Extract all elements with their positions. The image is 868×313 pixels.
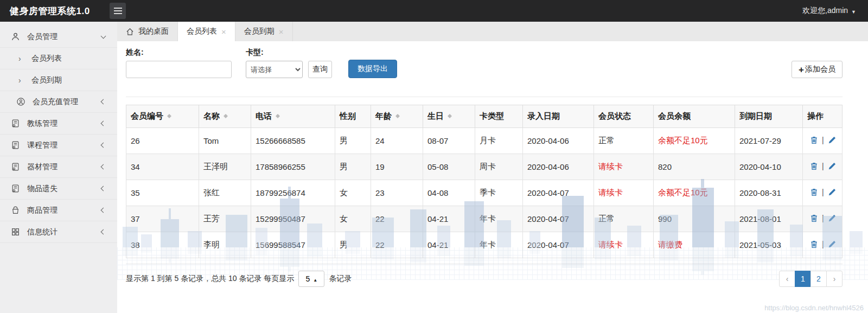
edit-icon[interactable] bbox=[827, 214, 837, 223]
cell-balance: 余额不足10元 bbox=[654, 128, 735, 154]
cell-gender: 男 bbox=[335, 232, 371, 258]
content-panel: 姓名: 卡型: 请选择 查询 数据导出 添加会员 bbox=[117, 41, 868, 313]
pagination-bar: 显示第 1 到第 5 条记录，总共 10 条记录 每页显示 5 条记录 ‹ 1 … bbox=[126, 271, 843, 287]
card-type-select[interactable]: 请选择 bbox=[246, 61, 303, 78]
table-footer-divider bbox=[126, 264, 843, 264]
sidebar-toggle-button[interactable] bbox=[110, 3, 126, 19]
cell-birthday: 05-08 bbox=[423, 154, 475, 180]
sidebar-item-equipment-management[interactable]: 器材管理 bbox=[0, 156, 117, 178]
sidebar-item-member-expiry[interactable]: 会员到期 bbox=[0, 69, 117, 91]
watermark-url: https://blog.csdn.net/hnwhl4526 bbox=[764, 304, 864, 312]
edit-icon[interactable] bbox=[827, 188, 837, 197]
user-menu[interactable]: 欢迎您,admin bbox=[802, 6, 868, 16]
cell-actions: | bbox=[803, 128, 843, 154]
col-header-expire-date: 到期日期 bbox=[735, 105, 803, 128]
cell-gender: 男 bbox=[335, 128, 371, 154]
delete-icon[interactable] bbox=[809, 240, 819, 249]
col-header-phone[interactable]: 电话 bbox=[251, 105, 335, 128]
topbar: 健身房管理系统1.0 欢迎您,admin bbox=[0, 0, 868, 22]
tab-member-list[interactable]: 会员列表 bbox=[178, 22, 235, 41]
name-field-group: 姓名: bbox=[126, 48, 232, 78]
cell-card-type: 季卡 bbox=[475, 180, 523, 206]
card-type-label: 卡型: bbox=[246, 48, 303, 58]
sidebar-item-course-management[interactable]: 课程管理 bbox=[0, 135, 117, 156]
cell-actions: | bbox=[803, 232, 843, 258]
sort-icon bbox=[276, 112, 280, 120]
sidebar-item-label: 物品遗失 bbox=[27, 184, 58, 194]
tab-member-expiry[interactable]: 会员到期 bbox=[235, 22, 293, 41]
col-header-name[interactable]: 名称 bbox=[199, 105, 251, 128]
cell-age: 24 bbox=[371, 128, 423, 154]
cell-birthday: 04-21 bbox=[423, 232, 475, 258]
tab-label: 我的桌面 bbox=[138, 27, 169, 36]
cell-status: 正常 bbox=[594, 206, 654, 232]
sidebar-item-coach-management[interactable]: 教练管理 bbox=[0, 113, 117, 135]
cell-birthday: 04-21 bbox=[423, 206, 475, 232]
edit-icon[interactable] bbox=[827, 136, 837, 145]
sidebar-item-statistics[interactable]: 信息统计 bbox=[0, 221, 117, 243]
sidebar-item-label: 器材管理 bbox=[27, 162, 58, 172]
table-row: 35 张红 18799256874 女 23 04-08 季卡 2020-04-… bbox=[126, 180, 843, 206]
cell-actions: | bbox=[803, 206, 843, 232]
tab-my-desktop[interactable]: 我的桌面 bbox=[117, 22, 178, 41]
sidebar-item-label: 会员管理 bbox=[27, 32, 58, 42]
cell-gender: 女 bbox=[335, 206, 371, 232]
cell-name: 张红 bbox=[199, 180, 251, 206]
delete-icon[interactable] bbox=[809, 136, 819, 145]
delete-icon[interactable] bbox=[809, 162, 819, 171]
close-icon[interactable] bbox=[279, 27, 284, 36]
sort-icon bbox=[224, 112, 228, 120]
prev-page-button[interactable]: ‹ bbox=[779, 271, 795, 287]
export-button[interactable]: 数据导出 bbox=[348, 60, 397, 78]
close-icon[interactable] bbox=[221, 27, 226, 36]
file-icon bbox=[11, 184, 20, 193]
sidebar-item-label: 课程管理 bbox=[27, 140, 58, 150]
delete-icon[interactable] bbox=[809, 214, 819, 223]
next-page-button[interactable]: › bbox=[826, 271, 843, 287]
cell-card-type: 周卡 bbox=[475, 154, 523, 180]
cell-actions: | bbox=[803, 154, 843, 180]
cell-member-id: 37 bbox=[126, 206, 199, 232]
edit-icon[interactable] bbox=[827, 240, 837, 249]
sidebar-item-member-recharge[interactable]: 会员充值管理 bbox=[0, 91, 117, 113]
edit-icon[interactable] bbox=[827, 162, 837, 171]
caret-down-icon bbox=[851, 7, 856, 15]
page-button-1[interactable]: 1 bbox=[795, 271, 811, 287]
cell-phone: 15299950487 bbox=[251, 206, 335, 232]
menu-icon bbox=[114, 10, 122, 11]
chevron-left-icon bbox=[101, 121, 106, 126]
cell-name: Tom bbox=[199, 128, 251, 154]
cell-card-type: 月卡 bbox=[475, 128, 523, 154]
tabbar: 我的桌面 会员列表 会员到期 bbox=[117, 22, 868, 41]
table-row: 37 王芳 15299950487 女 22 04-21 年卡 2020-04-… bbox=[126, 206, 843, 232]
page-button-2[interactable]: 2 bbox=[810, 271, 827, 287]
sidebar-item-lost-items[interactable]: 物品遗失 bbox=[0, 178, 117, 200]
grid-icon bbox=[11, 227, 20, 237]
cell-balance: 请缴费 bbox=[654, 232, 735, 258]
cell-entry-date: 2020-04-07 bbox=[523, 232, 594, 258]
name-input[interactable] bbox=[126, 61, 232, 78]
cell-birthday: 04-08 bbox=[423, 180, 475, 206]
app-title: 健身房管理系统1.0 bbox=[0, 5, 108, 17]
cell-entry-date: 2020-04-06 bbox=[523, 154, 594, 180]
sidebar-item-member-list[interactable]: 会员列表 bbox=[0, 48, 117, 69]
sidebar-item-product-management[interactable]: 商品管理 bbox=[0, 200, 117, 221]
cell-age: 23 bbox=[371, 180, 423, 206]
delete-icon[interactable] bbox=[809, 188, 819, 197]
page-size-select[interactable]: 5 bbox=[298, 271, 324, 287]
sidebar-item-member-management[interactable]: 会员管理 bbox=[0, 26, 117, 48]
col-header-birthday[interactable]: 生日 bbox=[423, 105, 475, 128]
add-member-button[interactable]: 添加会员 bbox=[792, 61, 843, 78]
tab-label: 会员到期 bbox=[244, 27, 275, 36]
sidebar-item-label: 会员到期 bbox=[31, 75, 62, 85]
cell-member-id: 26 bbox=[126, 128, 199, 154]
file-icon bbox=[11, 162, 20, 171]
chevron-right-icon bbox=[18, 54, 25, 63]
col-header-member-id[interactable]: 会员编号 bbox=[126, 105, 199, 128]
cell-name: 王泽明 bbox=[199, 154, 251, 180]
col-header-age[interactable]: 年龄 bbox=[371, 105, 423, 128]
sidebar-item-label: 会员列表 bbox=[31, 54, 62, 63]
cell-status: 正常 bbox=[594, 128, 654, 154]
search-button[interactable]: 查询 bbox=[308, 61, 332, 78]
cell-status: 请续卡 bbox=[594, 154, 654, 180]
